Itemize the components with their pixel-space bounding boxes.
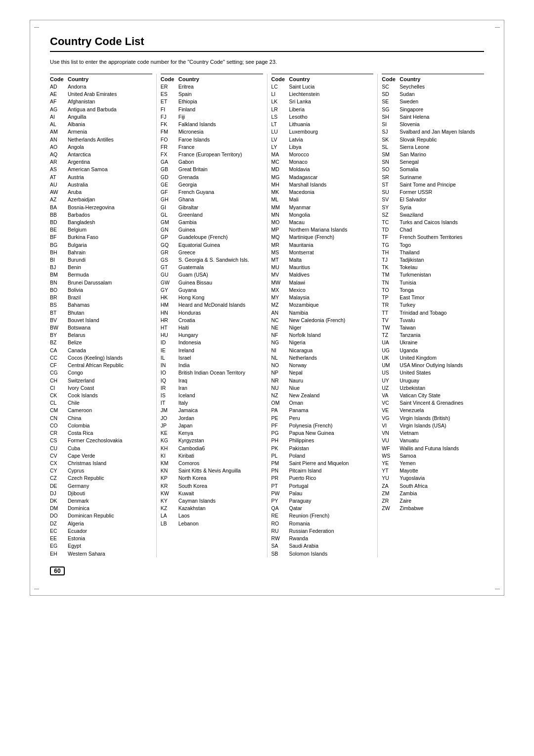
row-code: MG [271, 174, 289, 181]
row-country: Japan [178, 422, 263, 429]
row-code: AD [50, 83, 68, 91]
column-2: Code Country EREritreaESSpainETEthiopiaF… [161, 74, 263, 558]
table-row: CSFormer Czechoslovakia [50, 437, 152, 444]
row-country: Libya [289, 143, 374, 151]
row-country: Sierra Leone [400, 143, 484, 151]
table-row: TTTrinidad and Tobago [382, 309, 484, 317]
row-code: GN [161, 226, 178, 234]
table-row: TJTadjikistan [382, 256, 484, 264]
row-code: AL [50, 121, 68, 128]
row-country: Mauritius [289, 264, 374, 271]
table-row: ZMZambia [382, 490, 484, 497]
row-country: Micronesia [178, 128, 263, 136]
row-code: PF [271, 422, 289, 429]
row-country: Wallis and Futuna Islands [400, 445, 484, 452]
row-code: BB [50, 211, 68, 219]
row-country: Honduras [178, 309, 263, 317]
row-code: VE [382, 407, 400, 414]
row-country: Ghana [178, 196, 263, 203]
row-code: MO [271, 219, 289, 226]
row-code: SN [382, 158, 400, 166]
row-code: MA [271, 151, 289, 158]
table-container: Code Country ADAndorraAEUnited Arab Emir… [50, 74, 484, 558]
row-country: New Caledonia (French) [289, 317, 374, 324]
table-row: FXFrance (European Territory) [161, 151, 263, 158]
row-code: BG [50, 241, 68, 249]
row-code: TM [382, 271, 400, 279]
row-code: SC [382, 83, 400, 91]
row-country: Papua New Guinea [289, 429, 374, 437]
table-row: COColombia [50, 422, 152, 429]
row-country: French Guyana [178, 189, 263, 196]
row-country: Singapore [400, 106, 484, 113]
row-code: TC [382, 219, 400, 226]
table-row: MDMoldavia [271, 166, 374, 173]
row-code: MH [271, 181, 289, 189]
row-code: SL [382, 143, 400, 151]
row-code: RO [271, 520, 289, 527]
table-row: KHCambodia6 [161, 445, 263, 452]
row-code: MK [271, 189, 289, 196]
row-country: Andorra [68, 83, 152, 91]
table-row: PNPitcairn Island [271, 467, 374, 474]
table-row: UKUnited Kingdom [382, 354, 484, 362]
table-row: MOMacau [271, 219, 374, 226]
row-country: Latvia [289, 136, 374, 143]
table-row: IDIndonesia [161, 339, 263, 346]
table-row: PHPhilippines [271, 437, 374, 444]
row-code: BI [50, 256, 68, 264]
row-code: LV [271, 136, 289, 143]
row-country: Kenya [178, 429, 263, 437]
table-row: TPEast Timor [382, 294, 484, 301]
row-code: LA [161, 512, 178, 520]
row-code: UK [382, 354, 400, 362]
table-row: ANNamibia [271, 309, 374, 317]
row-code: KG [161, 437, 178, 444]
table-row: SGSingapore [382, 106, 484, 113]
row-country: Grenada [178, 174, 263, 181]
col-3-code-header: Code [271, 76, 289, 82]
table-row: MHMarshall Islands [271, 181, 374, 189]
row-country: Yugoslavia [400, 474, 484, 482]
row-code: AS [50, 166, 68, 173]
row-code: AI [50, 113, 68, 121]
table-row: AGAntigua and Barbuda [50, 106, 152, 113]
table-row: PTPortugal [271, 482, 374, 490]
row-country: East Timor [400, 294, 484, 301]
row-code: LK [271, 98, 289, 105]
row-code: ZA [382, 482, 400, 490]
row-code: AN [271, 309, 289, 317]
corner-mark-tl: — [34, 24, 39, 30]
table-row: OMOman [271, 399, 374, 407]
table-row: YEYemen [382, 460, 484, 467]
row-code: LB [161, 520, 178, 527]
row-country: Uganda [400, 347, 484, 354]
row-country: Burkina Faso [68, 234, 152, 241]
row-country: Mayotte [400, 467, 484, 474]
table-row: ITItaly [161, 399, 263, 407]
row-country: Estonia [68, 535, 152, 542]
row-code: MN [271, 211, 289, 219]
row-code: SY [382, 204, 400, 211]
row-country: Congo [68, 369, 152, 377]
row-code: VC [382, 399, 400, 407]
row-country: Niger [289, 324, 374, 331]
row-code: IO [161, 369, 178, 377]
table-row: KNSaint Kitts & Nevis Anguilla [161, 467, 263, 474]
row-country: United Kingdom [400, 354, 484, 362]
table-row: UMUSA Minor Outlying Islands [382, 362, 484, 369]
table-row: ALAlbania [50, 121, 152, 128]
table-row: SKSlovak Republic [382, 136, 484, 143]
table-row: HUHungary [161, 331, 263, 339]
row-code: AF [50, 98, 68, 105]
row-code: BA [50, 204, 68, 211]
row-code: TZ [382, 331, 400, 339]
table-row: KRSouth Korea [161, 482, 263, 490]
row-code: DM [50, 505, 68, 512]
row-code: KE [161, 429, 178, 437]
row-country: Luxembourg [289, 128, 374, 136]
row-code: BF [50, 234, 68, 241]
table-row: QAQatar [271, 505, 374, 512]
table-row: BBBarbados [50, 211, 152, 219]
row-country: Namibia [289, 309, 374, 317]
